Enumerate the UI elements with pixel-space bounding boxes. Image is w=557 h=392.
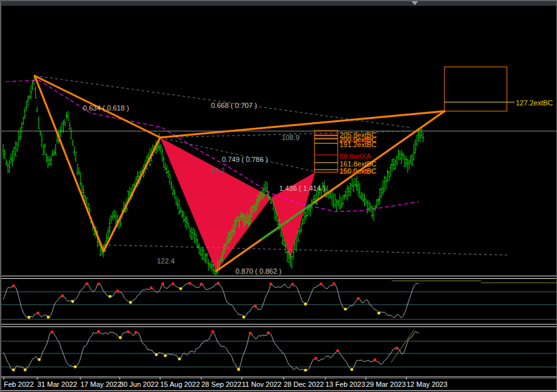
x-axis-label: 29 Mar 2023 [366,380,406,388]
oscillator-trough-dot [38,358,41,361]
oscillator-peak-dot [254,305,257,308]
oscillator-peak-dot [267,332,270,335]
oscillator-trough-dot [119,336,122,339]
price-chart-canvas[interactable]: 205.8extBC200.0extBC200.0extBC191.2extBC… [1,1,557,392]
oscillator-trough-dot [129,301,132,304]
x-axis-label: 28 Dec 2022 [284,380,324,388]
oscillator-trough-dot [178,357,181,361]
oscillator-peak-dot [172,282,175,285]
ratio-label: 0.870 ( 0.862 ) [235,267,282,275]
oscillator-peak-dot [86,282,89,285]
ratio-label: 0.634 ( 0.618 ) [83,104,129,112]
oscillator-peak-dot [374,359,377,362]
oscillator-trough-dot [304,303,307,306]
x-axis-label: 11 Nov 2022 [242,380,282,388]
target-level-label: 127.2extBC [516,99,553,107]
panel-separator[interactable] [1,278,557,279]
panel-separator-shadow [1,378,557,379]
oscillator-peak-dot [200,283,203,286]
panel-separator[interactable] [1,276,557,276]
oscillator-peak-dot [150,287,153,290]
oscillator-trough-dot [71,300,75,303]
x-axis-label: 12 May 2023 [406,380,448,388]
ratio-label: 0.668 ( 0.707 ) [211,102,257,109]
ratio-label: 108.9 [282,134,300,141]
oscillator-peak-dot [212,330,215,334]
oscillator-peak-dot [127,330,130,334]
oscillator-peak-dot [315,357,318,360]
x-axis-label: 31 Mar 2022 [37,380,77,388]
oscillator-trough-dot [242,316,246,319]
oscillator-peak-dot [396,346,399,350]
oscillator-peak-dot [37,312,40,315]
oscillator-peak-dot [116,290,120,293]
ratio-label: 1.436 ( 1.414 ) [279,184,325,192]
oscillator-trough-dot [24,368,27,371]
oscillator-peak-dot [291,283,295,286]
oscillator-peak-dot [188,282,192,285]
oscillator-trough-dot [344,308,347,311]
oscillator-peak-dot [134,331,138,334]
oscillator-trough-dot [179,287,183,290]
oscillator-peak-dot [269,283,273,286]
oscillator-trough-dot [74,366,77,369]
oscillator-peak-dot [357,297,360,300]
oscillator-peak-dot [12,284,15,287]
fibo-level-label: 191.2extBC [340,141,377,148]
panel-separator[interactable] [1,326,557,327]
x-axis-label: 17 May 2022 [80,380,122,388]
oscillator-trough-dot [237,368,241,371]
fibo-level-label: 150.0extBC [340,167,377,175]
oscillator-peak-dot [97,330,100,334]
oscillator-trough-dot [155,353,158,357]
oscillator-peak-dot [217,282,220,285]
oscillator-trough-dot [47,316,50,319]
panel-separator[interactable] [1,390,557,391]
oscillator-peak-dot [97,283,100,286]
top-scroll-bar[interactable] [1,1,557,6]
ratio-label: 54.3 [211,166,224,174]
x-axis-label: 15 Aug 2022 [160,380,200,388]
oscillator-peak-dot [61,294,64,298]
oscillator-trough-dot [304,369,307,372]
oscillator-peak-dot [249,332,252,335]
oscillator-peak-dot [333,282,336,285]
oscillator-trough-dot [164,354,167,357]
ratio-label: 122.4 [157,257,175,265]
oscillator-trough-dot [28,316,31,319]
ratio-label: 0.749 ( 0.786 ) [222,156,268,163]
x-axis-label: 30 Jun 2022 [120,380,159,388]
panel-separator[interactable] [1,377,557,377]
oscillator-peak-dot [51,330,54,334]
oscillator-peak-dot [320,283,323,286]
oscillator-peak-dot [336,349,340,352]
oscillator-trough-dot [109,295,112,298]
oscillator-peak-dot [161,282,165,285]
panel-separator[interactable] [1,324,557,325]
x-axis-label: Feb 2022 [4,380,33,388]
oscillator-trough-dot [12,368,15,371]
oscillator-trough-dot [351,368,354,371]
oscillator-trough-dot [378,312,381,315]
x-axis-label: 13 Feb 2023 [325,380,365,388]
x-axis-label: 28 Sep 2022 [201,380,241,388]
fibo-level-label: 88.6retXA [340,152,372,160]
trading-chart-window: 205.8extBC200.0extBC200.0extBC191.2extBC… [0,0,557,392]
